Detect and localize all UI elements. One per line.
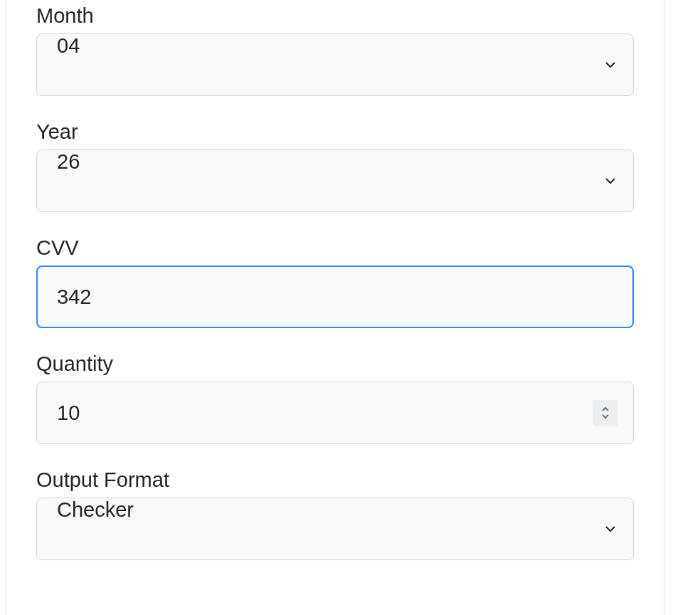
month-select-wrapper: 04 bbox=[36, 33, 634, 96]
output-format-select-wrapper: Checker bbox=[36, 498, 634, 560]
quantity-group: Quantity bbox=[36, 352, 634, 444]
form-panel: Month 04 Year 26 CVV Quantity bbox=[6, 0, 664, 615]
month-group: Month 04 bbox=[36, 4, 634, 96]
month-label: Month bbox=[36, 4, 634, 28]
chevron-up-icon bbox=[601, 406, 610, 412]
year-select[interactable]: 26 bbox=[36, 149, 634, 212]
output-format-select[interactable]: Checker bbox=[36, 498, 634, 560]
output-format-group: Output Format Checker bbox=[36, 468, 634, 560]
year-label: Year bbox=[36, 120, 634, 144]
cvv-input[interactable] bbox=[36, 266, 634, 328]
quantity-label: Quantity bbox=[36, 352, 634, 376]
month-select[interactable]: 04 bbox=[36, 33, 634, 96]
cvv-group: CVV bbox=[36, 236, 634, 328]
year-group: Year 26 bbox=[36, 120, 634, 212]
year-select-wrapper: 26 bbox=[36, 149, 634, 212]
output-format-label: Output Format bbox=[36, 468, 634, 492]
quantity-stepper[interactable] bbox=[593, 400, 618, 426]
cvv-label: CVV bbox=[36, 236, 634, 260]
chevron-down-icon bbox=[601, 414, 610, 419]
quantity-input[interactable] bbox=[36, 382, 634, 444]
quantity-input-wrapper bbox=[36, 382, 634, 444]
